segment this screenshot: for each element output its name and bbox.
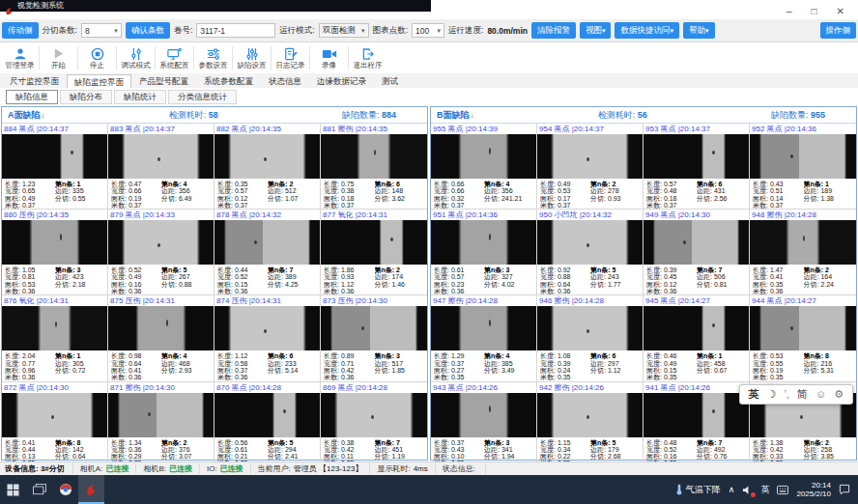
stat-strip: 第n条: 4 xyxy=(484,352,534,359)
defect-cell[interactable]: 948 擦伤 |20:14:28长度: 1.47宽度: 0.41面积: 0.35… xyxy=(750,210,856,295)
status-segment: 显示耗时:4ms xyxy=(370,463,435,474)
ime-simplified-mode[interactable]: 简 xyxy=(797,386,808,403)
defect-cell[interactable]: 882 黑点 |20:14:35长度: 0.35宽度: 0.57面积: 0.12… xyxy=(214,124,321,210)
toolbar-exit-button[interactable]: 退出程序 xyxy=(350,43,386,72)
main-tab-5[interactable]: 状态信息 xyxy=(261,73,309,88)
task-view-button[interactable] xyxy=(26,475,52,504)
taskbar-app-browser-icon[interactable] xyxy=(52,475,78,504)
defect-cell[interactable]: 944 黑点 |20:14:27长度: 0.53宽度: 0.55面积: 0.19… xyxy=(750,295,856,381)
toolbar-stop-button[interactable]: 停止 xyxy=(79,43,115,72)
defect-cell[interactable]: 946 擦伤 |20:14:28长度: 1.08宽度: 0.39面积: 0.24… xyxy=(537,295,644,381)
toolbar-play-button[interactable]: 开始 xyxy=(41,43,76,72)
toolbar-defect-settings-button[interactable]: 缺陷设置 xyxy=(234,43,270,72)
ime-fullwidth-moon-icon[interactable]: ☽ xyxy=(767,386,777,403)
defect-cell[interactable]: 881 擦伤 |20:14:35长度: 0.75宽度: 0.38面积: 0.18… xyxy=(321,124,427,210)
defect-cell[interactable]: 870 黑点 |20:14:28长度: 0.56宽度: 0.61面积: 0.21… xyxy=(214,382,321,468)
defect-cell[interactable]: 880 压伤 |20:14:35长度: 1.05宽度: 0.81面积: 0.53… xyxy=(2,210,108,295)
defect-cell[interactable]: 884 黑点 |20:14:37长度: 1.23宽度: 0.65面积: 0.49… xyxy=(2,124,108,210)
defect-cell[interactable]: 878 黑点 |20:14:32长度: 0.44宽度: 0.52面积: 0.15… xyxy=(214,210,321,295)
ime-emoji-icon[interactable]: ☺ xyxy=(815,386,826,403)
ime-settings-gear-icon[interactable]: ⚙ xyxy=(834,386,844,403)
minimize-button[interactable]: – xyxy=(786,7,792,16)
defect-cell[interactable]: 872 黑点 |20:14:30长度: 0.41宽度: 0.44面积: 0.13… xyxy=(2,382,108,468)
defect-cell[interactable]: 942 擦伤 |20:14:26长度: 1.15宽度: 0.34面积: 0.22… xyxy=(537,382,644,468)
ime-keyboard-icon[interactable] xyxy=(777,485,788,495)
sub-tab-3[interactable]: 缺陷统计 xyxy=(114,90,166,104)
toolbar-debug-mode-button[interactable]: 调试模式 xyxy=(118,43,154,72)
defect-cell-header: 944 黑点 |20:14:27 xyxy=(750,295,856,306)
maximize-button[interactable]: □ xyxy=(812,7,817,16)
toolbar-param-settings-button[interactable]: 参数设置 xyxy=(195,43,231,72)
roll-no-input[interactable] xyxy=(196,23,275,38)
defect-cell[interactable]: 875 压伤 |20:14:31长度: 0.98宽度: 0.64面积: 0.41… xyxy=(108,295,214,381)
stat-width: 宽度: 0.52 xyxy=(217,273,268,280)
defect-cell[interactable]: 951 黑点 |20:14:36长度: 0.61宽度: 0.57面积: 0.23… xyxy=(431,210,537,295)
defect-cell[interactable]: 953 黑点 |20:14:37长度: 0.57宽度: 0.48面积: 0.18… xyxy=(644,124,750,210)
sub-tab-4[interactable]: 分类信息统计 xyxy=(168,90,237,104)
defect-cell[interactable]: 955 黑点 |20:14:39长度: 0.66宽度: 0.66面积: 0.32… xyxy=(431,124,537,210)
defect-cell[interactable]: 869 黑点 |20:14:28长度: 0.38宽度: 0.42面积: 0.11… xyxy=(321,382,427,468)
notification-center-icon[interactable] xyxy=(839,484,850,495)
main-tab-1[interactable]: 尺寸监控界面 xyxy=(2,73,67,88)
toolbar-user-button[interactable]: 管理登录 xyxy=(2,43,38,72)
chart-points-select[interactable]: 100 xyxy=(412,23,444,38)
main-tab-3[interactable]: 产品型号配置 xyxy=(131,73,196,88)
defect-cell[interactable]: 877 氧化 |20:14:31长度: 1.86宽度: 0.93面积: 1.12… xyxy=(321,210,427,295)
defect-cell[interactable]: 874 压伤 |20:14:31长度: 1.12宽度: 0.58面积: 0.37… xyxy=(214,295,321,381)
stat-meter: 米数: 0.37 xyxy=(646,202,697,209)
defect-cell[interactable]: 943 黑点 |20:14:26长度: 0.37宽度: 0.43面积: 0.10… xyxy=(431,382,537,468)
stat-area: 面积: 0.49 xyxy=(5,195,55,202)
toolbar-system-config-button[interactable]: 系统配置 xyxy=(157,43,192,72)
run-mode-select[interactable]: 双面检测 xyxy=(319,23,369,38)
main-tab-6[interactable]: 边缘数据记录 xyxy=(309,73,374,88)
status-segment-value: 已连接 xyxy=(169,463,192,474)
defect-cell[interactable]: 876 氧化 |20:14:31长度: 2.04宽度: 0.77面积: 0.96… xyxy=(2,295,108,381)
main-tab-4[interactable]: 系统参数配置 xyxy=(196,73,261,88)
view-menu-button[interactable]: 视图 xyxy=(580,22,612,39)
ime-english-mode[interactable]: 英 xyxy=(749,386,759,403)
toolbar-record-button[interactable]: 录像 xyxy=(311,43,347,72)
slit-count-select[interactable]: 8 xyxy=(81,23,122,38)
data-access-menu-button[interactable]: 数据快捷访问 xyxy=(615,22,679,39)
defect-cell[interactable]: 947 擦伤 |20:14:28长度: 1.29宽度: 0.37面积: 0.27… xyxy=(431,295,537,381)
weather-tray-item[interactable]: 气温下降 xyxy=(675,484,721,496)
ime-language-indicator[interactable]: 英 xyxy=(760,484,769,496)
status-segment-label: 相机B: xyxy=(143,463,166,474)
stat-length: 长度: 1.05 xyxy=(5,266,55,273)
close-button[interactable]: ✕ xyxy=(837,7,844,16)
sub-tab-2[interactable]: 缺陷分布 xyxy=(60,90,112,104)
confirm-count-button[interactable]: 确认条数 xyxy=(126,22,170,39)
taskbar-clock[interactable]: 20:14 2025/2/10 xyxy=(796,481,831,498)
tray-expand-chevron[interactable]: ∧ xyxy=(729,485,735,494)
volume-icon[interactable] xyxy=(742,485,753,495)
toolbar-log-button[interactable]: 日志记录 xyxy=(272,43,308,72)
defect-cell[interactable]: 949 黑点 |20:14:30长度: 0.39宽度: 0.45面积: 0.12… xyxy=(644,210,750,295)
ime-punctuation-icon[interactable]: ’, xyxy=(784,386,789,403)
help-menu-button[interactable]: 帮助 xyxy=(683,22,715,39)
defect-cell[interactable]: 879 黑点 |20:14:33长度: 0.52宽度: 0.49面积: 0.16… xyxy=(108,210,214,295)
ime-toolbar: 英 ☽ ’, 简 ☺ ⚙ xyxy=(739,384,853,405)
defect-image xyxy=(321,306,427,350)
defect-cell[interactable]: 950 小凹坑 |20:14:32长度: 0.92宽度: 0.88面积: 0.6… xyxy=(537,210,644,295)
taskbar-app-inspection-icon[interactable] xyxy=(78,475,104,504)
defect-cell-header: 946 擦伤 |20:14:28 xyxy=(537,295,643,306)
main-tab-2[interactable]: 缺陷监控界面 xyxy=(67,74,131,89)
sub-tab-1[interactable]: 缺陷信息 xyxy=(6,90,58,104)
defect-cell[interactable]: 954 黑点 |20:14:37长度: 0.49宽度: 0.53面积: 0.17… xyxy=(537,124,644,210)
defect-cell[interactable]: 945 黑点 |20:14:27长度: 0.46宽度: 0.49面积: 0.15… xyxy=(644,295,750,381)
defect-cell[interactable]: 871 擦伤 |20:14:30长度: 1.34宽度: 0.36面积: 0.29… xyxy=(108,382,214,468)
defect-image xyxy=(321,393,427,437)
stats-left-column: 长度: 1.86宽度: 0.93面积: 1.12米数: 0.36 xyxy=(324,266,375,294)
defect-cell[interactable]: 941 黑点 |20:14:26长度: 0.48宽度: 0.52面积: 0.16… xyxy=(644,382,750,468)
stat-slit: 分切: 2.68 xyxy=(590,453,641,460)
stats-left-column: 长度: 0.61宽度: 0.57面积: 0.23米数: 0.36 xyxy=(434,266,484,294)
defect-cell[interactable]: 952 黑点 |20:14:36长度: 0.43宽度: 0.51面积: 0.14… xyxy=(750,124,856,210)
stat-margin: 边距: 356 xyxy=(161,187,212,194)
operator-side-button[interactable]: 操作侧 xyxy=(820,22,857,39)
main-tab-7[interactable]: 测试 xyxy=(374,73,406,88)
defect-cell[interactable]: 873 压伤 |20:14:30长度: 0.89宽度: 0.71面积: 0.42… xyxy=(321,295,427,381)
defect-cell[interactable]: 883 黑点 |20:14:37长度: 0.47宽度: 0.66面积: 0.19… xyxy=(108,124,214,210)
drive-side-button[interactable]: 传动侧 xyxy=(2,22,39,39)
start-button[interactable] xyxy=(0,475,26,504)
clear-alarm-button[interactable]: 清除报警 xyxy=(531,22,576,39)
